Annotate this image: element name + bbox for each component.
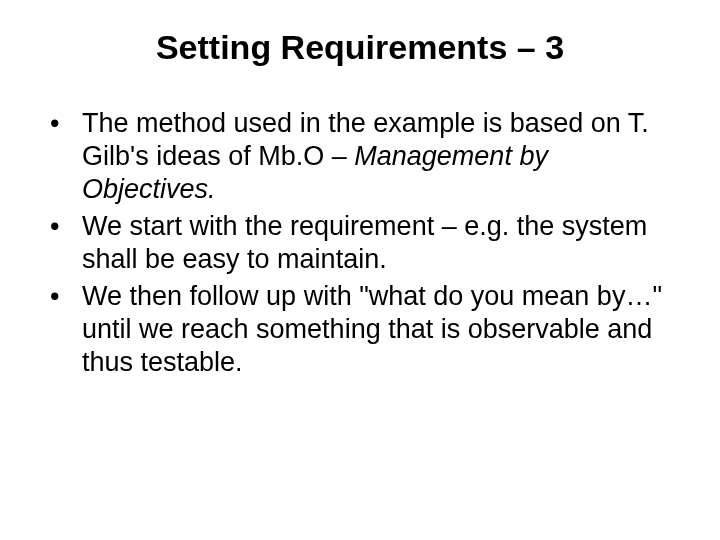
- list-item: We start with the requirement – e.g. the…: [40, 210, 670, 276]
- slide-title: Setting Requirements – 3: [40, 28, 680, 67]
- bullet-text-pre: We then follow up with "what do you mean…: [82, 281, 662, 377]
- list-item: The method used in the example is based …: [40, 107, 670, 206]
- bullet-text-pre: We start with the requirement – e.g. the…: [82, 211, 647, 274]
- bullet-list: The method used in the example is based …: [40, 107, 680, 379]
- slide: Setting Requirements – 3 The method used…: [0, 0, 720, 540]
- list-item: We then follow up with "what do you mean…: [40, 280, 670, 379]
